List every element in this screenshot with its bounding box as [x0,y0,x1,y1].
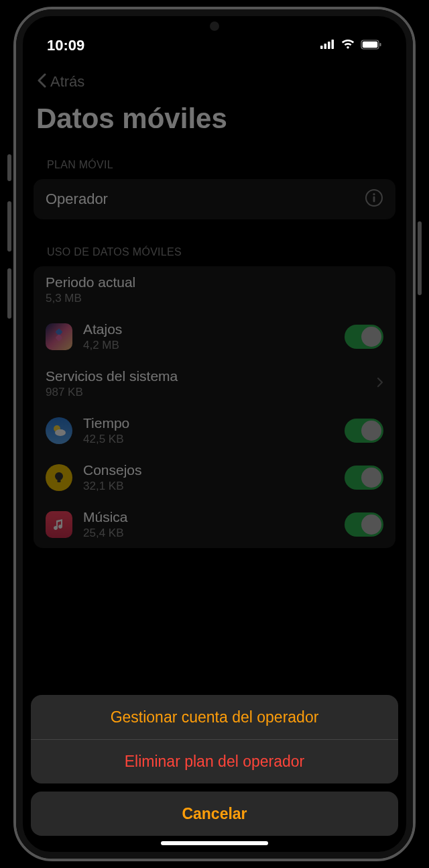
svg-point-8 [373,193,375,195]
period-row: Periodo actual 5,3 MB [34,266,395,313]
info-icon[interactable] [365,188,383,210]
page-title: Datos móviles [23,91,406,151]
chevron-right-icon [377,377,383,390]
back-button-label: Atrás [50,73,84,91]
tiempo-icon [46,417,72,444]
app-amount: 42,5 KB [83,433,334,446]
manage-account-button[interactable]: Gestionar cuenta del operador [31,695,398,739]
app-row-atajos: Atajos 4,2 MB [34,313,395,360]
svg-rect-15 [58,480,61,482]
app-amount: 25,4 KB [83,527,334,540]
screen: 10:09 Atrás Datos móviles [16,9,413,859]
side-button-power [418,221,422,295]
remove-plan-button[interactable]: Eliminar plan del operador [31,739,398,783]
app-row-servicios[interactable]: Servicios del sistema 987 KB [34,360,395,407]
chevron-left-icon [36,73,46,91]
plan-card: Operador [34,179,395,219]
consejos-icon [46,464,72,491]
camera-dot [210,21,219,31]
section-plan-label: PLAN MÓVIL [23,151,406,176]
phone-frame: 10:09 Atrás Datos móviles [13,7,416,861]
carrier-row[interactable]: Operador [34,179,395,219]
side-button-silent [7,154,11,181]
app-name: Atajos [83,321,334,337]
usage-card: Periodo actual 5,3 MB Atajos 4,2 MB [34,266,395,548]
app-name: Música [83,509,334,525]
toggle-atajos[interactable] [345,325,383,349]
toggle-musica[interactable] [345,512,383,537]
toggle-tiempo[interactable] [345,419,383,443]
period-amount: 5,3 MB [46,292,383,305]
musica-icon [46,511,72,538]
cancel-button[interactable]: Cancelar [31,792,398,836]
app-row-consejos: Consejos 32,1 KB [34,454,395,501]
side-button-volume-up [7,201,11,252]
svg-rect-9 [373,197,375,203]
svg-point-14 [55,472,63,480]
section-usage-label: USO DE DATOS MÓVILES [23,238,406,264]
app-name: Servicios del sistema [46,368,366,384]
svg-rect-11 [55,334,62,341]
app-name: Tiempo [83,415,334,431]
action-sheet: Gestionar cuenta del operador Eliminar p… [31,695,398,836]
app-amount: 4,2 MB [83,339,334,352]
action-sheet-group: Gestionar cuenta del operador Eliminar p… [31,695,398,783]
svg-point-13 [55,429,66,436]
side-button-volume-down [7,268,11,319]
app-row-tiempo: Tiempo 42,5 KB [34,407,395,454]
period-title: Periodo actual [46,274,383,290]
home-indicator[interactable] [161,841,268,845]
carrier-label: Operador [46,191,108,208]
atajos-icon [46,323,72,350]
app-row-musica: Música 25,4 KB [34,501,395,548]
app-amount: 987 KB [46,386,366,399]
toggle-consejos[interactable] [345,466,383,490]
app-name: Consejos [83,462,334,478]
app-amount: 32,1 KB [83,480,334,493]
